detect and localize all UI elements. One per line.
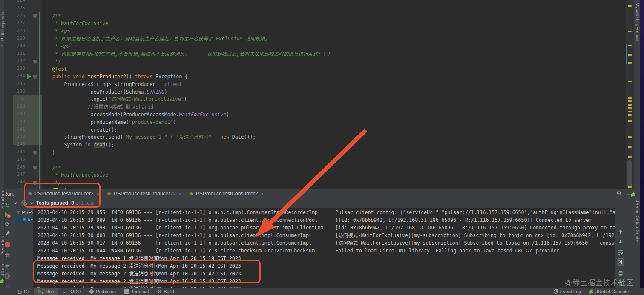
statusbar-problems[interactable]: ! Problems <box>85 288 120 295</box>
code-line: .newProducer(Schema.STRING) <box>40 89 167 96</box>
error-stripe-mark[interactable] <box>628 136 632 138</box>
problems-label: Problems <box>96 289 115 294</box>
git-label: Git <box>24 289 30 294</box>
problems-icon: ! <box>89 289 94 294</box>
error-stripe-mark[interactable] <box>628 114 632 116</box>
run-test-gutter-icon[interactable] <box>27 74 31 79</box>
code-line: /** <box>40 13 61 20</box>
down-stacktrace-icon[interactable] <box>617 238 624 245</box>
error-stripe-mark[interactable] <box>628 45 632 46</box>
toggle-auto-test-button[interactable]: ⟳ <box>4 221 11 227</box>
code-line: * <p> <box>40 43 70 51</box>
toolwindow-mybatis-log-format[interactable]: MybatisLogFormat <box>635 3 640 41</box>
error-stripe-mark[interactable] <box>628 104 632 106</box>
soft-wrap-icon[interactable] <box>617 249 624 256</box>
code-line: public void testProducer2() throws Excep… <box>40 73 188 81</box>
scroll-to-end-icon[interactable] <box>617 258 624 266</box>
statusbar-git[interactable]: Git <box>13 288 34 295</box>
error-stripe-mark[interactable] <box>628 5 632 7</box>
console-log-line: 2023-04-10 20:15:29.955 INFO 69136 --- [… <box>37 209 615 216</box>
left-tool-stripe: Pull Requests Structure Favorites JRebel… <box>0 0 5 288</box>
error-stripe-mark[interactable] <box>628 97 632 99</box>
line-number: 237 <box>17 96 25 101</box>
statusbar-run[interactable]: Run <box>34 288 58 295</box>
rerun-failed-tests-button[interactable]: 9 <box>4 211 11 218</box>
stop-icon <box>5 242 10 247</box>
event-log-icon <box>554 289 558 294</box>
code-line: */ <box>40 58 61 66</box>
up-stacktrace-icon[interactable] <box>617 228 624 235</box>
error-stripe-mark[interactable] <box>628 54 632 56</box>
code-line: System.in.read(); <box>40 141 114 149</box>
print-icon[interactable] <box>617 269 624 277</box>
error-stripe-mark[interactable] <box>628 120 632 122</box>
code-text: /** * WaitForExclusive * <p> * 如果主题已经连接了… <box>40 0 625 189</box>
toolwindow-jrebel-setup-guide[interactable]: JRebel Setup Guide <box>635 200 640 242</box>
statusbar-jrebel-console[interactable]: JRebel Console <box>585 288 633 295</box>
todo-list-icon: ≡ <box>63 289 65 294</box>
statusbar-build[interactable]: ⚒ Build <box>153 288 178 295</box>
annotation-box-messages <box>33 260 261 283</box>
run-settings-gear-icon[interactable]: ⚙ <box>616 190 622 197</box>
code-line: .create(); <box>40 126 117 134</box>
build-hammer-icon: ⚒ <box>157 289 161 295</box>
line-number: 234 <box>17 73 25 79</box>
watermark: @稀土掘金技术社区 <box>565 277 634 287</box>
statusbar-terminal[interactable]: >_ Terminal <box>120 288 153 295</box>
run-tab-label: PSProduce.testProducer22 <box>114 191 175 197</box>
line-number: 244 <box>17 149 25 155</box>
close-tab-icon[interactable]: × <box>261 191 263 196</box>
code-editor[interactable]: 2242252262272282292302312322332342352362… <box>5 0 625 189</box>
close-tab-icon[interactable]: × <box>179 191 181 196</box>
toolwindow-structure[interactable]: Structure <box>0 189 5 209</box>
line-number: 233 <box>17 66 25 71</box>
tests-passed-check-icon[interactable]: ✓ <box>14 200 18 206</box>
error-stripe-mark[interactable] <box>628 107 632 109</box>
rerun-test-icon <box>107 192 112 196</box>
favorites-star-icon[interactable]: ★ <box>0 250 4 255</box>
stripe-selection-marker <box>626 44 627 64</box>
test-tree-item[interactable]: ✳PSProdu <box>14 209 33 216</box>
line-number: 232 <box>17 58 25 63</box>
editor-scrollbar-thumb[interactable] <box>627 160 632 188</box>
toolwindow-jrebel[interactable]: JRebel <box>0 261 5 276</box>
running-dot <box>42 292 43 294</box>
test-tree[interactable]: ✳PSProdu✳testC <box>14 208 33 288</box>
error-stripe-mark[interactable] <box>628 186 632 188</box>
editor-error-stripe[interactable] <box>625 0 634 189</box>
status-bar: Git Run ≡ TODO ! Problems >_ Terminal ⚒ … <box>0 288 644 295</box>
error-stripe-mark[interactable] <box>628 111 632 112</box>
statusbar-event-log[interactable]: Event Log <box>549 288 586 295</box>
run-tab[interactable]: PSProduce.testProducer22× <box>104 189 186 198</box>
build-label: Build <box>164 289 174 294</box>
error-stripe-mark[interactable] <box>628 100 632 102</box>
console-log-line: 2023-04-10 20:15:30.044 WARN 69136 --- [… <box>37 247 559 255</box>
rerun-test-icon <box>189 192 194 196</box>
line-number: 224 <box>17 0 25 3</box>
code-line: } <box>40 149 55 157</box>
error-stripe-mark[interactable] <box>628 146 632 148</box>
pull-request-icon[interactable]: ⑃ <box>0 43 3 48</box>
toolwindow-pull-requests[interactable]: Pull Requests <box>0 12 5 41</box>
error-stripe-mark[interactable] <box>628 156 632 158</box>
event-log-label: Event Log <box>560 289 581 294</box>
failed-count-badge: 9 <box>7 214 11 218</box>
statusbar-todo[interactable]: ≡ TODO <box>58 288 85 295</box>
line-number: 247 <box>17 172 25 177</box>
error-stripe-mark[interactable] <box>628 31 632 32</box>
line-numbers: 2242252262272282292302312322332342352362… <box>12 0 25 189</box>
run-tab[interactable]: PSProduce.testConsumer2× <box>186 189 268 198</box>
terminal-label: Terminal <box>131 289 149 294</box>
code-line: * <p> <box>40 28 70 35</box>
console-log-line: 2023-04-10 20:15:30.000 INFO 69136 --- [… <box>37 232 615 239</box>
line-number: 235 <box>17 81 25 86</box>
code-line: Producer<String> stringProducer = client <box>40 81 182 89</box>
test-tree-item[interactable]: ✳testC <box>14 216 33 223</box>
error-stripe-mark[interactable] <box>628 62 632 64</box>
jrebel-icon[interactable] <box>0 279 4 283</box>
test-status-row: ✓ » Tests passed: 0 of 1 test <box>14 198 615 208</box>
error-stripe-mark[interactable] <box>628 81 632 82</box>
line-number: 243 <box>17 141 25 147</box>
run-label: Run <box>46 289 54 294</box>
line-number: 228 <box>17 28 25 33</box>
